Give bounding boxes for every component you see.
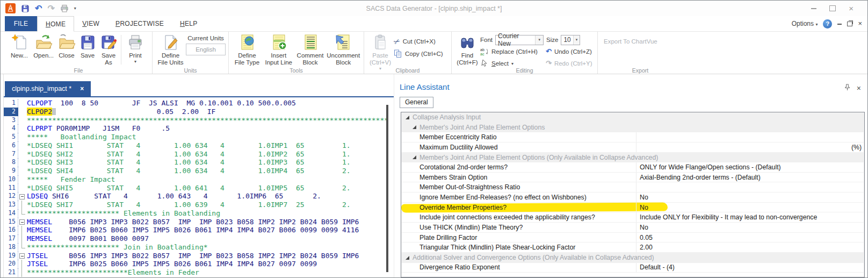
undo-quick-icon[interactable]: ↶: [35, 5, 42, 12]
line-number[interactable]: 11: [4, 184, 18, 193]
code-line[interactable]: 11*LDSEQ SHI5 STAT 4 1.00 641 4 1.0IMP5 …: [4, 184, 394, 193]
code-line[interactable]: 7*LDSEQ SHI2 STAT 4 1.00 634 4 1.0IMP2 6…: [4, 150, 394, 159]
save-button[interactable]: Save: [77, 33, 98, 59]
tab-view[interactable]: VIEW: [74, 16, 107, 31]
code-line[interactable]: 20JTSEL IMP6 B025 B060 IMP5 IMP5 B026 B0…: [4, 260, 394, 268]
property-value[interactable]: [636, 132, 864, 142]
grid-property-row[interactable]: Include joint connections exceeded the a…: [401, 212, 864, 223]
close-file-button[interactable]: Close: [56, 33, 77, 59]
minimize-icon[interactable]: [811, 8, 816, 9]
line-number[interactable]: 4: [4, 124, 18, 133]
define-file-units-button[interactable]: Define File Units: [155, 33, 186, 66]
collapse-triangle-icon[interactable]: [406, 256, 409, 260]
code-line[interactable]: 3***************************************…: [4, 116, 394, 125]
print-quick-icon[interactable]: [60, 4, 69, 13]
copy-button[interactable]: Copy (Ctrl+C): [394, 48, 443, 59]
current-units-value[interactable]: English: [186, 44, 226, 55]
line-number[interactable]: 2: [4, 108, 18, 116]
property-value[interactable]: [636, 182, 864, 192]
grid-property-row[interactable]: Override Member Properties?No: [401, 203, 864, 213]
code-line[interactable]: 1CLPOPT 100 8 50 JF JS ALSI MG 0.10.001 …: [4, 99, 394, 108]
ribbon-restore-icon[interactable]: [847, 22, 852, 26]
maximize-icon[interactable]: [829, 5, 836, 11]
redo-quick-icon[interactable]: ↷: [47, 5, 54, 12]
code-line[interactable]: 4CLPRPT POR0M1MP J1SM F0 .5: [4, 124, 394, 133]
help-icon[interactable]: ?: [823, 19, 832, 28]
code-line[interactable]: 16MEMSEL IMP6 B025 B060 IMP5 IMP5 B026 B…: [4, 226, 394, 234]
fold-marker[interactable]: [18, 192, 26, 201]
line-number[interactable]: 13: [4, 201, 18, 209]
comment-block-button[interactable]: Comment Block: [295, 33, 326, 66]
line-number[interactable]: 5: [4, 133, 18, 141]
grid-property-row[interactable]: Ignore Member End-Releases? (no effect o…: [401, 193, 864, 203]
collapse-triangle-icon[interactable]: [413, 155, 416, 159]
grid-category-row[interactable]: Additional Solver and Convergence Option…: [401, 253, 864, 263]
editor-tab[interactable]: clpinp.ship_impact * ×: [5, 81, 91, 96]
property-value[interactable]: No: [636, 193, 864, 202]
ribbon-minimize-icon[interactable]: [837, 23, 842, 25]
grid-property-row[interactable]: Corotational 2nd-order terms?ONLY for Wi…: [401, 162, 864, 173]
editor-tab-close-icon[interactable]: ×: [80, 85, 84, 92]
line-number[interactable]: 19: [4, 252, 18, 260]
code-line[interactable]: 9*LDSEQ SHI4 STAT 4 1.00 634 4 1.0IMP4 6…: [4, 167, 394, 175]
tab-home[interactable]: HOME: [37, 16, 74, 32]
print-button[interactable]: Print▾: [123, 33, 148, 64]
close-icon[interactable]: ×: [849, 5, 853, 12]
tab-projectwise[interactable]: PROJECTWISE: [107, 16, 172, 31]
export-to-chartvue-button[interactable]: Export To ChartVue: [604, 38, 657, 45]
tab-file[interactable]: FILE: [5, 16, 37, 31]
property-value[interactable]: Include ONLY for Flexibility - It may le…: [636, 212, 864, 222]
pin-icon[interactable]: [844, 83, 850, 93]
code-editor[interactable]: 1CLPOPT 100 8 50 JF JS ALSI MG 0.10.001 …: [4, 97, 394, 277]
line-number[interactable]: 8: [4, 158, 18, 167]
code-line[interactable]: 14********************** Elements in Boa…: [4, 209, 394, 218]
code-line[interactable]: 15MEMSEL B056 IMP3 IMP3 B022 B057 IMP IM…: [4, 218, 394, 226]
line-number[interactable]: 15: [4, 218, 18, 226]
line-number[interactable]: 1: [4, 99, 18, 108]
property-value[interactable]: Default - (4): [636, 263, 864, 273]
code-line[interactable]: 17MEMSEL 0097 B001 B000 0097: [4, 234, 394, 243]
property-value[interactable]: No: [636, 223, 864, 232]
code-line[interactable]: 19JTSEL B056 IMP3 IMP3 B022 B057 IMP IMP…: [4, 252, 394, 260]
code-line[interactable]: 18********************** Join in Boatlan…: [4, 243, 394, 252]
grid-category-row[interactable]: Member's Joint And Plate Element Options…: [401, 153, 864, 163]
property-value[interactable]: No: [636, 203, 864, 212]
code-line[interactable]: 8*LDSEQ SHI3 STAT 4 1.00 634 4 1.0IMP3 6…: [4, 158, 394, 167]
app-logo-icon[interactable]: [5, 3, 16, 13]
save-quick-icon[interactable]: [21, 4, 30, 13]
property-value[interactable]: 0.05: [636, 233, 864, 243]
code-line[interactable]: 12LDSEQ SHI6 STAT 4 1.00 643 4 1.0IMP6 6…: [4, 192, 394, 201]
property-value[interactable]: ONLY for Wide Flange/Open sections - (De…: [636, 162, 864, 172]
grid-property-row[interactable]: Divergence Ratio ExponentDefault - (4): [401, 263, 864, 273]
tab-help[interactable]: HELP: [172, 16, 206, 31]
property-value[interactable]: (%): [636, 142, 864, 152]
size-select[interactable]: 10▾: [561, 35, 580, 45]
line-number[interactable]: 20: [4, 260, 18, 268]
line-number[interactable]: 12: [4, 192, 18, 201]
grid-property-row[interactable]: Triangular Thick (Mindlin) Plate Shear-L…: [401, 243, 864, 253]
tab-general[interactable]: General: [400, 97, 433, 108]
line-number[interactable]: 10: [4, 175, 18, 184]
paste-button[interactable]: Paste (Ctrl+V)▾: [367, 33, 394, 71]
code-line[interactable]: 21************************Elements in Fe…: [4, 268, 394, 277]
line-number[interactable]: 18: [4, 243, 18, 252]
save-as-button[interactable]: Save As: [98, 33, 119, 66]
grid-property-row[interactable]: Member Out-of-Straightness Ratio: [401, 182, 864, 193]
panel-close-icon[interactable]: ×: [857, 85, 861, 91]
property-value[interactable]: 2.00: [636, 243, 864, 252]
fold-marker[interactable]: [18, 252, 26, 260]
define-file-type-button[interactable]: Define File Type: [232, 33, 263, 66]
code-line[interactable]: 13*LDSEQ SHI7 STAT 4 1.00 639 4 1.0IMP7 …: [4, 201, 394, 209]
ribbon-close-icon[interactable]: ×: [858, 21, 862, 26]
code-line[interactable]: 6*LDSEQ SHI1 STAT 4 1.00 634 4 1.0IMP1 6…: [4, 141, 394, 150]
grid-property-row[interactable]: Members Strain OptionAxial-Bending 2nd-o…: [401, 173, 864, 183]
collapse-triangle-icon[interactable]: [413, 125, 416, 129]
font-select[interactable]: Courier New▾: [495, 35, 544, 45]
find-button[interactable]: Find (Ctrl+F): [454, 33, 480, 66]
qat-dropdown-icon[interactable]: ▾: [74, 6, 76, 11]
fold-marker[interactable]: [18, 218, 26, 226]
line-number[interactable]: 17: [4, 234, 18, 243]
grid-category-row[interactable]: Collapse Analysis Input: [401, 112, 864, 123]
replace-button[interactable]: abacReplace (Ctrl+H): [480, 46, 546, 57]
code-line[interactable]: 2CLPOP2 0.05 2.00 IF: [4, 108, 394, 116]
